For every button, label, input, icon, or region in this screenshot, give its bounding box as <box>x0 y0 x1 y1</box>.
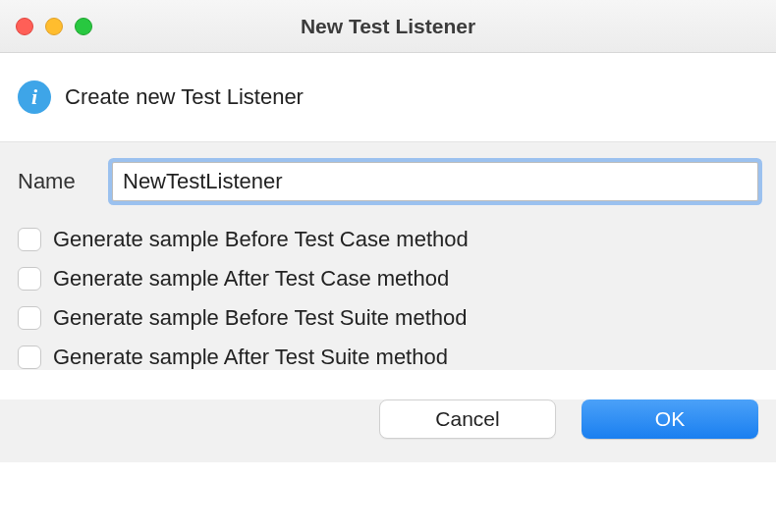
checkbox-label: Generate sample After Test Case method <box>53 266 449 292</box>
dialog-header: i Create new Test Listener <box>0 53 776 141</box>
button-row: Cancel OK <box>0 399 776 462</box>
form-area: Name Generate sample Before Test Case me… <box>0 141 776 370</box>
checkbox-after-test-case[interactable]: Generate sample After Test Case method <box>18 266 758 292</box>
name-label: Name <box>18 169 88 194</box>
window-title: New Test Listener <box>0 15 776 38</box>
checkbox-input[interactable] <box>18 306 41 330</box>
checkbox-before-test-case[interactable]: Generate sample Before Test Case method <box>18 227 758 252</box>
checkbox-before-test-suite[interactable]: Generate sample Before Test Suite method <box>18 305 758 331</box>
traffic-lights <box>16 18 92 35</box>
checkbox-after-test-suite[interactable]: Generate sample After Test Suite method <box>18 345 758 370</box>
dialog-header-text: Create new Test Listener <box>65 84 304 110</box>
checkbox-input[interactable] <box>18 346 41 369</box>
checkbox-input[interactable] <box>18 267 41 291</box>
checkbox-label: Generate sample Before Test Suite method <box>53 305 468 331</box>
checkbox-list: Generate sample Before Test Case method … <box>18 227 758 370</box>
name-input-wrap <box>112 162 758 201</box>
name-input[interactable] <box>112 162 758 201</box>
minimize-icon[interactable] <box>45 18 63 35</box>
titlebar: New Test Listener <box>0 0 776 53</box>
info-icon: i <box>18 80 51 114</box>
ok-button[interactable]: OK <box>582 399 758 439</box>
checkbox-label: Generate sample Before Test Case method <box>53 227 469 252</box>
close-icon[interactable] <box>16 18 33 35</box>
zoom-icon[interactable] <box>75 18 92 35</box>
cancel-button[interactable]: Cancel <box>379 399 556 439</box>
checkbox-input[interactable] <box>18 228 41 251</box>
checkbox-label: Generate sample After Test Suite method <box>53 345 448 370</box>
name-row: Name <box>18 162 758 201</box>
